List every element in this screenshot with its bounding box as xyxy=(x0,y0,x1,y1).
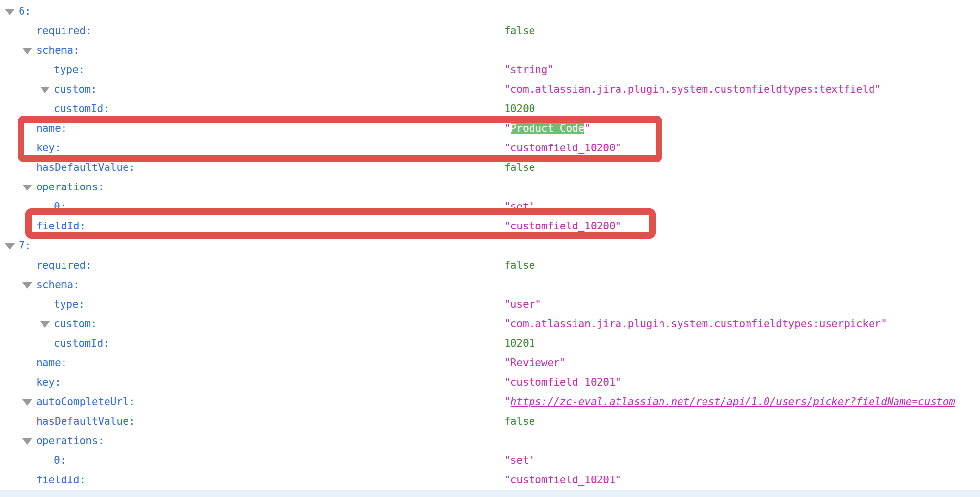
json-key: 0: xyxy=(54,451,66,470)
json-row[interactable]: hasDefaultValue:false xyxy=(0,412,980,431)
json-key: schema: xyxy=(36,41,80,60)
json-row[interactable]: hasDefaultValue:false xyxy=(0,158,980,177)
json-key: hasDefaultValue: xyxy=(36,412,135,431)
json-row[interactable]: operations: xyxy=(0,431,980,451)
json-value: "customfield_10200" xyxy=(504,138,621,158)
json-row[interactable]: key:"customfield_10200" xyxy=(0,138,980,158)
json-value: "customfield_10201" xyxy=(504,373,621,392)
json-value: "user" xyxy=(504,294,541,314)
json-value: "Product Code" xyxy=(504,119,591,138)
json-row[interactable]: fieldId:"customfield_10201" xyxy=(0,470,980,490)
json-key: required: xyxy=(36,255,92,275)
json-value: false xyxy=(504,158,535,177)
json-key: name: xyxy=(36,119,67,138)
json-value: "set" xyxy=(504,451,535,470)
json-row[interactable]: autoCompleteUrl:"https://zc-eval.atlassi… xyxy=(0,392,980,412)
json-value: "set" xyxy=(504,197,535,216)
json-key: fieldId: xyxy=(36,216,85,236)
json-tree-view: 6:required:falseschema:type:"string"cust… xyxy=(0,0,980,497)
json-row[interactable]: operations: xyxy=(0,177,980,197)
quote-mark: " xyxy=(504,123,511,134)
json-row[interactable]: key:"customfield_10201" xyxy=(0,373,980,392)
json-value: false xyxy=(504,412,535,431)
json-value: false xyxy=(504,255,535,275)
json-key: type: xyxy=(54,60,85,80)
json-value: false xyxy=(504,21,535,41)
json-value: "Reviewer" xyxy=(504,353,566,373)
expander-triangle-icon[interactable] xyxy=(40,87,50,93)
json-key: operations: xyxy=(36,177,104,197)
json-key: custom: xyxy=(54,80,97,99)
next-row-partial[interactable]: 8: xyxy=(0,490,980,497)
json-row[interactable]: name:"Reviewer" xyxy=(0,353,980,373)
expander-triangle-icon[interactable] xyxy=(22,282,32,289)
json-row[interactable]: custom:"com.atlassian.jira.plugin.system… xyxy=(0,80,980,99)
json-row[interactable]: type:"user" xyxy=(0,294,980,314)
json-row[interactable]: custom:"com.atlassian.jira.plugin.system… xyxy=(0,314,980,333)
json-key: autoCompleteUrl: xyxy=(36,392,135,412)
json-key: type: xyxy=(54,294,85,314)
json-row[interactable]: 6: xyxy=(0,1,980,21)
json-value: "customfield_10201" xyxy=(504,470,621,490)
quote-mark: " xyxy=(584,123,591,134)
json-key: hasDefaultValue: xyxy=(36,158,135,177)
json-value: "customfield_10200" xyxy=(504,216,621,236)
expander-triangle-icon[interactable] xyxy=(5,243,15,249)
json-row[interactable]: type:"string" xyxy=(0,60,980,80)
json-key: 7: xyxy=(19,236,31,255)
json-row[interactable]: customId:10201 xyxy=(0,333,980,353)
json-key: customId: xyxy=(54,99,109,119)
expander-triangle-icon[interactable] xyxy=(22,185,32,191)
json-key: fieldId: xyxy=(36,470,85,490)
json-row[interactable]: required:false xyxy=(0,255,980,275)
expander-triangle-icon[interactable] xyxy=(5,9,15,15)
json-row[interactable]: name:"Product Code" xyxy=(0,119,980,138)
json-key: 0: xyxy=(54,197,66,216)
json-key: required: xyxy=(36,21,92,41)
expander-triangle-icon[interactable] xyxy=(22,399,32,406)
json-row[interactable]: required:false xyxy=(0,21,980,41)
json-row[interactable]: 0:"set" xyxy=(0,197,980,216)
json-key: custom: xyxy=(54,314,97,333)
autocomplete-url-link[interactable]: https://zc-eval.atlassian.net/rest/api/1… xyxy=(511,396,955,408)
expander-triangle-icon[interactable] xyxy=(40,321,50,328)
json-value: 10200 xyxy=(504,99,535,119)
json-value: "com.atlassian.jira.plugin.system.custom… xyxy=(504,80,881,99)
json-key: 8: xyxy=(16,495,28,497)
json-key: customId: xyxy=(54,333,109,353)
json-key: 6: xyxy=(19,1,31,21)
json-row[interactable]: customId:10200 xyxy=(0,99,980,119)
json-key: operations: xyxy=(36,431,104,451)
json-value: "com.atlassian.jira.plugin.system.custom… xyxy=(504,314,887,333)
selection-highlight: Product Code xyxy=(511,123,585,134)
json-key: key: xyxy=(36,138,61,158)
json-key: key: xyxy=(36,373,61,392)
expander-triangle-icon[interactable] xyxy=(22,438,32,445)
quote-mark: " xyxy=(504,396,511,408)
json-row[interactable]: 7: xyxy=(0,236,980,255)
json-key: schema: xyxy=(36,275,80,294)
expander-triangle-icon[interactable] xyxy=(22,48,32,54)
json-row[interactable]: schema: xyxy=(0,41,980,60)
json-value: "string" xyxy=(504,60,554,80)
json-key: name: xyxy=(36,353,67,373)
json-row[interactable]: schema: xyxy=(0,275,980,294)
json-value: "https://zc-eval.atlassian.net/rest/api/… xyxy=(504,392,955,412)
json-value: 10201 xyxy=(504,333,535,353)
json-row[interactable]: 0:"set" xyxy=(0,451,980,470)
json-row[interactable]: fieldId:"customfield_10200" xyxy=(0,216,980,236)
